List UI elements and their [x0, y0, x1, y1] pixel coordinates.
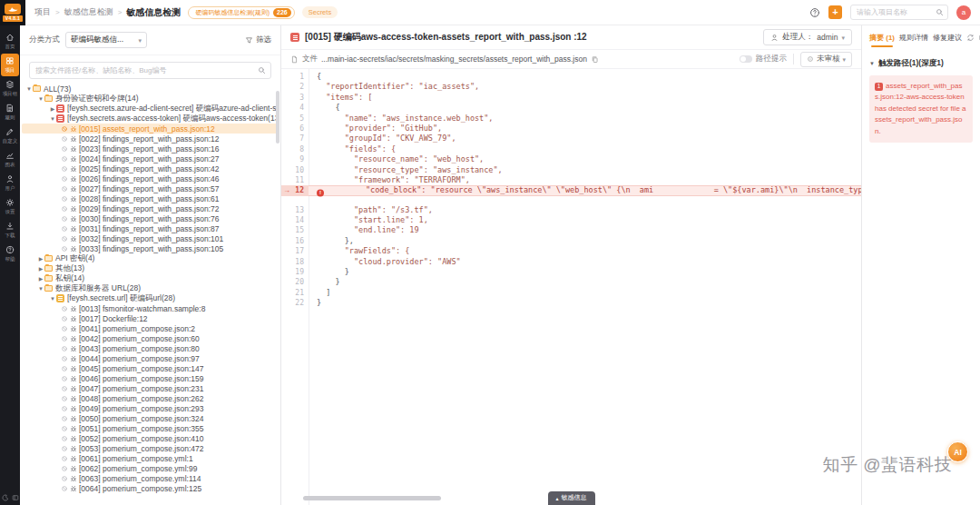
tree-leaf-selected[interactable]: [0015] assets_report_with_pass.json:12 [22, 124, 279, 134]
ignore-icon[interactable] [61, 375, 68, 382]
tree-leaf[interactable]: [0062] pomerium_compose.yml:99 [22, 463, 279, 473]
ignore-icon[interactable] [61, 135, 68, 143]
ignore-icon[interactable] [61, 185, 68, 193]
tree-leaf[interactable]: [0061] pomerium_compose.yml:1 [22, 453, 279, 463]
ignore-icon[interactable] [61, 465, 68, 472]
sidebar-item-help[interactable]: 帮助 [1, 243, 19, 265]
code-line-issue[interactable]: →12! "code_block": "resource \"aws_insta… [281, 185, 861, 195]
sidebar-item-chart[interactable]: 图表 [1, 148, 19, 171]
ignore-icon[interactable] [61, 415, 68, 422]
tree-leaf[interactable]: [0045] pomerium_compose.json:147 [22, 363, 279, 373]
search-icon[interactable] [258, 66, 266, 74]
tree-leaf[interactable]: [0026] findings_report_with_pass.json:46 [22, 173, 279, 183]
ignore-icon[interactable] [61, 475, 68, 482]
chevron-down-icon[interactable]: ▼ [37, 286, 44, 292]
tree-folder[interactable]: ▶私钥(14) [22, 273, 279, 283]
ignore-icon[interactable] [61, 365, 68, 372]
tree-leaf[interactable]: [0048] pomerium_compose.json:262 [22, 393, 279, 403]
ignore-icon[interactable] [61, 155, 68, 163]
tree-rule[interactable]: ▶[feysh.secrets.azure-ad-client-secret] … [22, 104, 279, 114]
sidebar-item-rules[interactable]: 规则 [1, 101, 19, 124]
secrets-chip[interactable]: Secrets [302, 6, 338, 18]
ignore-icon[interactable] [61, 335, 68, 342]
tree-leaf[interactable]: [0031] findings_report_with_pass.json:87 [22, 223, 279, 233]
detail-tab-1[interactable]: 规则详情 [899, 33, 928, 43]
tree-rule[interactable]: ▼[feysh.secrets.url] 硬编码url(28) [22, 293, 279, 303]
tree-leaf[interactable]: [0043] pomerium_compose.json:80 [22, 343, 279, 353]
brand-logo[interactable]: V4.8.1 [0, 0, 25, 25]
collapse-sidebar-icon[interactable] [12, 494, 19, 501]
ignore-icon[interactable] [61, 225, 68, 233]
chevron-right-icon[interactable]: ▶ [37, 275, 44, 282]
code-viewer[interactable]: 1{2 "reportIdentifier": "iac_assets",3 "… [281, 69, 861, 505]
sidebar-item-settings[interactable]: 设置 [1, 195, 19, 218]
tree-leaf[interactable]: [0027] findings_report_with_pass.json:57 [22, 183, 279, 193]
review-status-dropdown[interactable]: 未审核 ▾ [800, 52, 852, 67]
detail-tab-0[interactable]: 摘要 (1) [869, 33, 895, 43]
ignore-icon[interactable] [61, 165, 68, 173]
tree-leaf[interactable]: [0049] pomerium_compose.json:293 [22, 403, 279, 413]
ignore-icon[interactable] [61, 485, 68, 492]
global-search-input[interactable] [857, 8, 931, 16]
sidebar-item-project[interactable]: 项目 [1, 54, 19, 76]
ignore-icon[interactable] [61, 315, 68, 322]
tree-leaf[interactable]: [0032] findings_report_with_pass.json:10… [22, 233, 279, 243]
tree-leaf[interactable]: [0047] pomerium_compose.json:231 [22, 383, 279, 393]
breadcrumb-item[interactable]: 敏感信息检测 [64, 6, 113, 18]
tree-search-input[interactable] [35, 66, 254, 74]
ignore-icon[interactable] [61, 405, 68, 412]
breadcrumb-item[interactable]: 敏感信息检测 [126, 6, 181, 19]
chevron-down-icon[interactable]: ▼ [37, 96, 44, 102]
ignore-icon[interactable] [61, 245, 68, 252]
chevron-right-icon[interactable]: ▶ [49, 105, 56, 112]
tree-scrollbar[interactable] [276, 91, 279, 144]
classify-select[interactable]: 硬编码敏感信... ▾ [65, 32, 147, 48]
ignore-icon[interactable] [61, 425, 68, 432]
ignore-icon[interactable] [61, 215, 68, 223]
ai-assistant-button[interactable]: AI [947, 441, 968, 462]
path-hint-toggle[interactable]: 路径提示 [740, 54, 787, 64]
tree-leaf[interactable]: [0028] findings_report_with_pass.json:61 [22, 193, 279, 203]
tree-leaf[interactable]: [0023] findings_report_with_pass.json:16 [22, 144, 279, 153]
sidebar-item-project-group[interactable]: 项目组 [1, 77, 19, 100]
ignore-icon[interactable] [61, 195, 68, 203]
sensitive-info-tab[interactable]: ▴ 敏感信息 [547, 491, 594, 505]
tree-leaf[interactable]: [0042] pomerium_compose.json:60 [22, 333, 279, 343]
translate-icon[interactable] [966, 34, 975, 42]
tree-folder[interactable]: ▼ALL(73) [22, 84, 279, 94]
tree-leaf[interactable]: [0030] findings_report_with_pass.json:76 [22, 213, 279, 223]
add-project-button[interactable]: + [828, 5, 842, 19]
tree-leaf[interactable]: [0029] findings_report_with_pass.json:72 [22, 203, 279, 213]
tree-leaf[interactable]: [0063] pomerium_compose.yml:114 [22, 473, 279, 483]
tree-folder[interactable]: ▼数据库和服务器 URL(28) [22, 283, 279, 293]
sidebar-item-users[interactable]: 用户 [1, 172, 19, 194]
tree-folder[interactable]: ▼身份验证密钥和令牌(14) [22, 94, 279, 104]
detail-tab-2[interactable]: 修复建议 [933, 33, 962, 43]
trigger-path-card[interactable]: 1assets_report_with_pass.json:12-aws-acc… [869, 75, 973, 143]
sidebar-item-download[interactable]: 下载 [1, 219, 19, 242]
tree-leaf[interactable]: [0053] pomerium_compose.json:472 [22, 443, 279, 453]
tree-rule[interactable]: ▼[feysh.secrets.aws-access-token] 硬编码aws… [22, 114, 279, 124]
ignore-icon[interactable] [61, 205, 68, 213]
sidebar-item-custom[interactable]: 自定义 [1, 124, 19, 147]
help-icon[interactable] [809, 7, 820, 18]
tree-folder[interactable]: ▶其他(13) [22, 263, 279, 273]
trigger-path-section[interactable]: ▼ 触发路径(1)(深度1) [869, 58, 973, 69]
tree-leaf[interactable]: [0013] fsmonitor-watchman.sample:8 [22, 303, 279, 313]
ignore-icon[interactable] [61, 395, 68, 402]
ignore-icon[interactable] [61, 235, 68, 243]
tree-leaf[interactable]: [0046] pomerium_compose.json:159 [22, 373, 279, 383]
tree-leaf[interactable]: [0051] pomerium_compose.json:355 [22, 423, 279, 433]
tree-leaf[interactable]: [0044] pomerium_compose.json:97 [22, 353, 279, 363]
tree-leaf[interactable]: [0052] pomerium_compose.json:410 [22, 433, 279, 443]
tree-leaf[interactable]: [0064] pomerium_compose.yml:125 [22, 483, 279, 493]
chevron-down-icon[interactable]: ▼ [49, 296, 56, 302]
avatar[interactable]: a [956, 5, 971, 20]
horizontal-scrollbar[interactable] [303, 496, 441, 500]
theme-toggle-icon[interactable] [2, 494, 9, 501]
ignore-icon[interactable] [61, 345, 68, 352]
tree-leaf[interactable]: [0041] pomerium_compose.json:2 [22, 323, 279, 333]
tree-leaf[interactable]: [0050] pomerium_compose.json:324 [22, 413, 279, 423]
ignore-icon[interactable] [61, 325, 68, 332]
error-badge-icon[interactable]: ! [317, 190, 324, 197]
